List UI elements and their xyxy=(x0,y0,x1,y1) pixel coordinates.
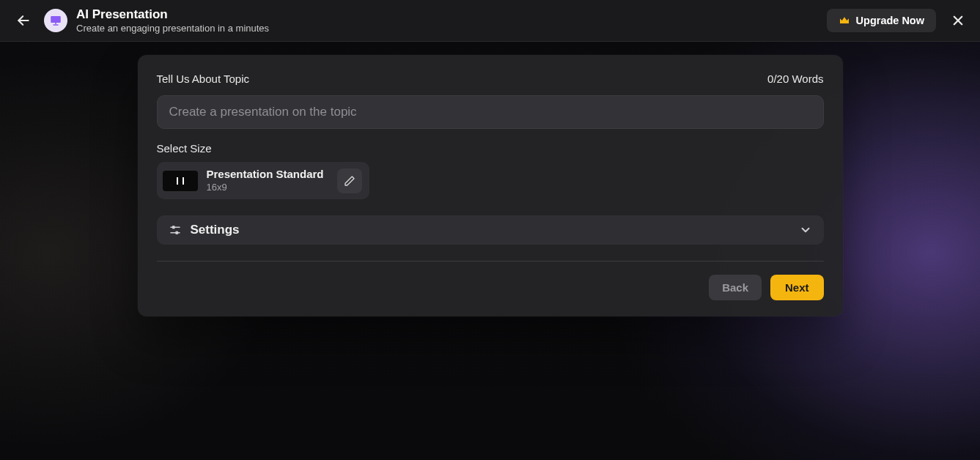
svg-point-7 xyxy=(172,226,174,229)
app-icon-badge xyxy=(44,9,67,32)
svg-rect-2 xyxy=(55,23,56,24)
header-titles: AI Presentation Create an engaging prese… xyxy=(76,7,269,34)
size-preset-ratio: 16x9 xyxy=(207,182,324,193)
size-preset-card: Presentation Standard 16x9 xyxy=(157,162,369,199)
aspect-swatch xyxy=(163,171,198,191)
svg-rect-1 xyxy=(51,16,61,23)
svg-point-9 xyxy=(175,231,177,234)
pencil-icon xyxy=(344,175,355,187)
back-arrow-button[interactable] xyxy=(13,10,34,31)
upgrade-now-button[interactable]: Upgrade Now xyxy=(827,9,936,32)
app-header: AI Presentation Create an engaging prese… xyxy=(0,0,980,42)
next-button[interactable]: Next xyxy=(770,275,824,300)
arrow-left-icon xyxy=(16,13,31,28)
sliders-icon xyxy=(169,223,182,237)
settings-label: Settings xyxy=(191,223,240,237)
divider xyxy=(157,261,824,261)
close-icon xyxy=(951,14,965,27)
upgrade-now-label: Upgrade Now xyxy=(856,15,924,26)
page-subtitle: Create an engaging presentation in a min… xyxy=(76,23,269,34)
size-preset-title: Presentation Standard xyxy=(207,168,324,182)
svg-rect-3 xyxy=(53,24,59,26)
page-title: AI Presentation xyxy=(76,7,269,22)
chevron-down-icon xyxy=(799,223,812,237)
size-label: Select Size xyxy=(157,142,824,155)
edit-size-button[interactable] xyxy=(337,168,362,193)
back-button[interactable]: Back xyxy=(709,275,762,300)
close-button[interactable] xyxy=(949,12,967,29)
panel-footer: Back Next xyxy=(157,275,824,300)
topic-input[interactable] xyxy=(157,95,824,129)
crown-icon xyxy=(839,15,850,26)
topic-label: Tell Us About Topic xyxy=(157,73,249,85)
settings-toggle[interactable]: Settings xyxy=(157,215,824,245)
main-panel: Tell Us About Topic 0/20 Words Select Si… xyxy=(138,55,843,316)
word-count: 0/20 Words xyxy=(767,73,823,85)
presentation-icon xyxy=(49,14,62,27)
